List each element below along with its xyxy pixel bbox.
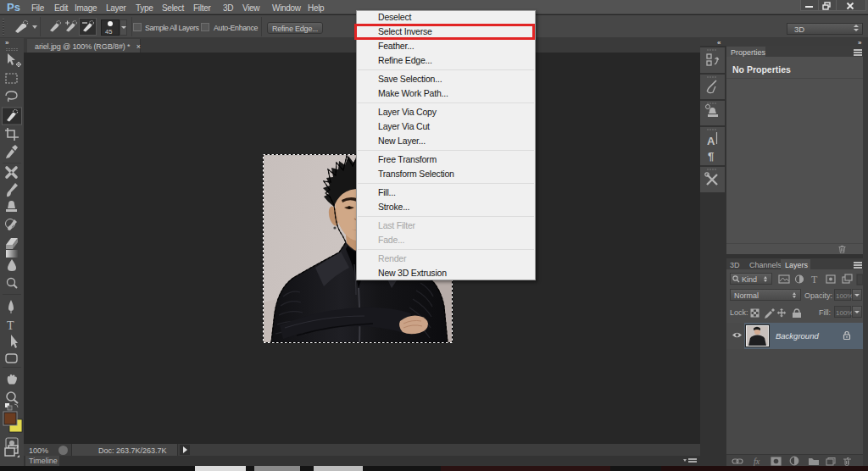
svg-text:fx: fx bbox=[754, 457, 760, 466]
svg-text:T: T bbox=[7, 319, 14, 332]
svg-text:¶: ¶ bbox=[708, 150, 714, 163]
svg-text:A: A bbox=[707, 135, 715, 147]
svg-text:»: » bbox=[5, 39, 9, 47]
svg-text:T: T bbox=[811, 274, 818, 285]
